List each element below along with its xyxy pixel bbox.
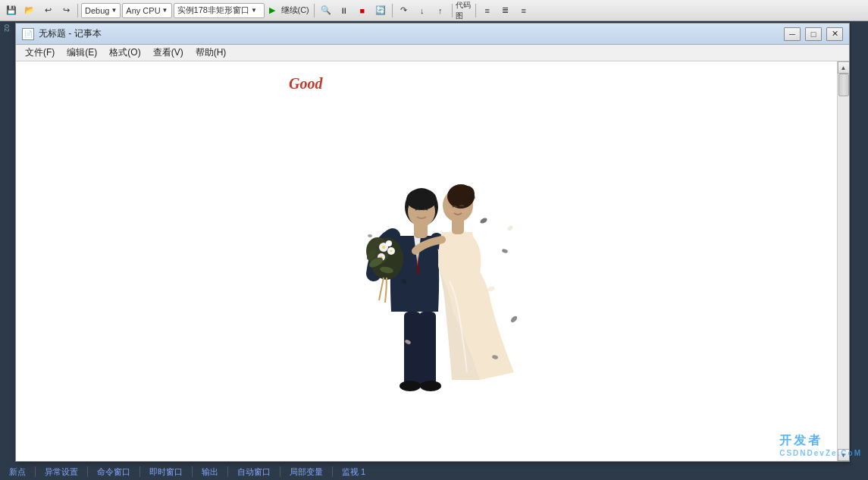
svg-point-32 xyxy=(367,234,372,238)
continue-label: 继续(C) xyxy=(280,5,311,16)
stop-btn[interactable]: ■ xyxy=(354,2,371,19)
debug-dropdown[interactable]: Debug ▼ xyxy=(81,3,121,18)
ide-main: 02 📄 无标题 - 记事本 ─ □ ✕ 文件(F) 编辑(E) 格式(O) 查… xyxy=(0,21,868,463)
toolbar-redo[interactable]: ↪ xyxy=(58,2,74,19)
svg-rect-1 xyxy=(419,312,436,387)
toolbar-open[interactable]: 📂 xyxy=(21,2,38,19)
cpu-arrow: ▼ xyxy=(162,7,168,14)
status-div5 xyxy=(227,466,228,477)
sep4 xyxy=(452,4,453,17)
notepad-window: 📄 无标题 - 记事本 ─ □ ✕ 文件(F) 编辑(E) 格式(O) 查看(V… xyxy=(15,23,850,462)
play-btn[interactable]: ▶ xyxy=(266,2,278,19)
indent-btn[interactable]: ≡ xyxy=(515,2,532,19)
watermark: 开发者 CSDNDevZe.CoM xyxy=(779,433,862,457)
good-text: Good xyxy=(289,75,322,93)
status-cmd[interactable]: 命令窗口 xyxy=(94,465,133,479)
left-panel-num: 02 xyxy=(3,24,11,32)
status-output[interactable]: 输出 xyxy=(199,465,221,479)
status-watch[interactable]: 监视 1 xyxy=(339,465,368,479)
svg-point-35 xyxy=(506,225,513,232)
status-locals[interactable]: 局部变量 xyxy=(287,465,326,479)
cpu-label: Any CPU xyxy=(126,6,160,15)
debug-label: Debug xyxy=(85,6,109,15)
watermark-sub: CSDNDevZe.CoM xyxy=(779,449,862,457)
code-btn[interactable]: 代码图 xyxy=(456,2,472,19)
svg-point-2 xyxy=(400,381,421,391)
svg-point-19 xyxy=(386,240,392,246)
step-into[interactable]: ↓ xyxy=(414,2,431,19)
notepad-icon: 📄 xyxy=(22,28,34,40)
project-arrow: ▼ xyxy=(251,7,257,14)
notepad-content: Good xyxy=(16,61,849,461)
svg-point-27 xyxy=(501,248,508,253)
status-bar: 新点 异常设置 命令窗口 即时窗口 输出 自动窗口 局部变量 监视 1 xyxy=(0,463,868,480)
scroll-up-btn[interactable]: ▲ xyxy=(838,61,850,74)
svg-point-26 xyxy=(479,217,488,224)
sep3 xyxy=(392,4,393,17)
left-panel: 02 xyxy=(0,21,14,463)
sep2 xyxy=(314,4,315,17)
menu-file[interactable]: 文件(F) xyxy=(19,45,61,61)
notepad-title: 无标题 - 记事本 xyxy=(39,27,779,40)
menu-help[interactable]: 帮助(H) xyxy=(190,45,233,61)
project-dropdown[interactable]: 实例178非矩形窗口 ▼ xyxy=(174,3,265,18)
maximize-btn[interactable]: □ xyxy=(805,27,822,41)
status-div2 xyxy=(87,466,88,477)
step-over[interactable]: ↷ xyxy=(396,2,412,19)
wedding-illustration xyxy=(332,99,522,403)
step-out[interactable]: ↑ xyxy=(432,2,449,19)
notepad-menubar: 文件(F) 编辑(E) 格式(O) 查看(V) 帮助(H) xyxy=(16,45,849,61)
status-div7 xyxy=(332,466,333,477)
ide-toolbar: 💾 📂 ↩ ↪ Debug ▼ Any CPU ▼ 实例178非矩形窗口 ▼ ▶… xyxy=(0,0,868,21)
status-exception[interactable]: 异常设置 xyxy=(42,465,81,479)
refresh-btn[interactable]: 🔄 xyxy=(372,2,389,19)
more-btn[interactable]: ≡ xyxy=(479,2,496,19)
debug-arrow: ▼ xyxy=(111,7,117,14)
status-new[interactable]: 新点 xyxy=(6,465,29,479)
watermark-main: 开发者 xyxy=(779,433,862,449)
search-btn[interactable]: 🔍 xyxy=(318,2,334,19)
status-div4 xyxy=(192,466,193,477)
svg-point-7 xyxy=(406,189,437,210)
status-immediate[interactable]: 即时窗口 xyxy=(146,465,186,479)
align-btn[interactable]: ≣ xyxy=(497,2,514,19)
svg-rect-0 xyxy=(404,312,421,387)
svg-point-28 xyxy=(509,315,518,323)
cpu-dropdown[interactable]: Any CPU ▼ xyxy=(122,3,171,18)
close-btn[interactable]: ✕ xyxy=(826,27,843,41)
scrollbar-thumb[interactable] xyxy=(838,74,849,96)
minimize-btn[interactable]: ─ xyxy=(784,27,801,41)
svg-point-3 xyxy=(420,381,441,391)
svg-point-12 xyxy=(447,209,455,213)
pause-btn[interactable]: ⏸ xyxy=(336,2,353,19)
svg-point-13 xyxy=(461,209,468,213)
svg-point-21 xyxy=(390,250,392,253)
menu-edit[interactable]: 编辑(E) xyxy=(61,45,103,61)
notepad-text-area[interactable]: Good xyxy=(16,61,837,461)
toolbar-undo[interactable]: ↩ xyxy=(39,2,56,19)
scrollbar-right[interactable]: ▲ ▼ xyxy=(837,61,849,461)
status-div6 xyxy=(280,466,280,477)
menu-view[interactable]: 查看(V) xyxy=(147,45,190,61)
notepad-titlebar: 📄 无标题 - 记事本 ─ □ ✕ xyxy=(16,24,849,45)
status-auto[interactable]: 自动窗口 xyxy=(234,465,274,479)
menu-format[interactable]: 格式(O) xyxy=(103,45,146,61)
status-div3 xyxy=(139,466,140,477)
sep1 xyxy=(77,4,78,17)
right-panel xyxy=(851,21,868,463)
project-label: 实例178非矩形窗口 xyxy=(177,5,249,16)
scrollbar-track[interactable] xyxy=(838,74,849,449)
svg-point-20 xyxy=(382,246,385,249)
toolbar-save[interactable]: 💾 xyxy=(3,2,20,19)
sep5 xyxy=(475,4,476,17)
status-div1 xyxy=(35,466,36,477)
